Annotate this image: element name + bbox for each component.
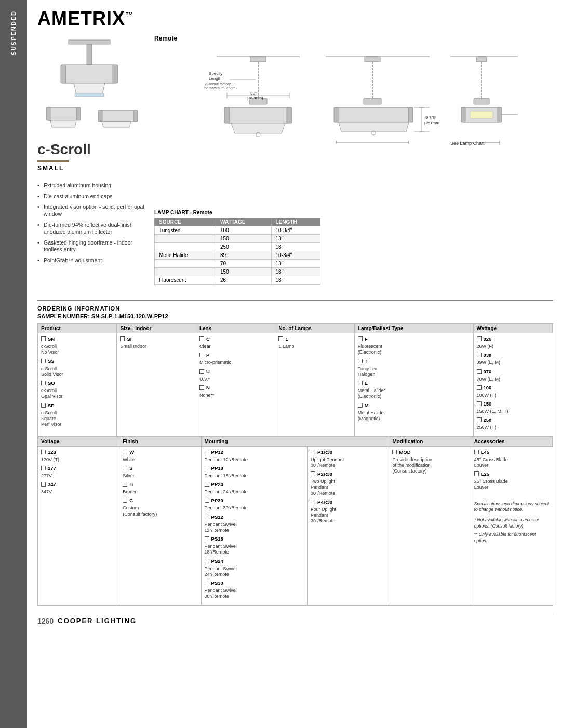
product-image	[37, 35, 141, 139]
checkbox-si[interactable]	[120, 336, 125, 341]
grid-header-size: Size - Indoor	[117, 324, 196, 333]
lamp-table-cell	[155, 235, 216, 243]
checkbox-silver[interactable]	[123, 466, 127, 470]
checkbox-mod[interactable]	[392, 450, 397, 454]
grid-header-ballast: Lamp/Ballast Type	[355, 324, 474, 333]
checkbox-p4r30[interactable]	[311, 500, 315, 504]
option-p-lens: P Micro-prismatic	[199, 352, 272, 366]
checkbox-250[interactable]	[477, 417, 482, 422]
svg-text:Specify: Specify	[209, 71, 222, 76]
main-content: AMETRIX™	[27, 0, 561, 633]
checkbox-347v[interactable]	[41, 482, 46, 487]
checkbox-f[interactable]	[358, 336, 363, 341]
checkbox-p2r30[interactable]	[311, 471, 315, 476]
lamp-table-cell: Tungsten	[155, 226, 216, 235]
option-070: 070 70W (E, M)	[477, 369, 550, 382]
option-ps30: PS30 Pendant Swivel30"/Remote	[205, 580, 304, 600]
mounting-options-cell-right: P1R30 Uplight Pendant30"/Remote P2R30 Tw…	[308, 447, 389, 605]
checkbox-so[interactable]	[41, 381, 46, 385]
checkbox-e[interactable]	[358, 381, 363, 385]
footnote-1: Specifications and dimensions subject to…	[474, 501, 550, 514]
checkbox-l25[interactable]	[474, 471, 479, 476]
lamp-table-cell: Fluorescent	[155, 276, 216, 285]
checkbox-120v[interactable]	[41, 450, 46, 454]
header: AMETRIX™	[37, 8, 553, 30]
lamp-table-cell: 13"	[271, 235, 320, 243]
ballast-options-cell: F Fluorescent(Electronic) T TungstenHalo…	[355, 333, 474, 437]
grid-header-finish: Finish	[119, 437, 201, 447]
grid-header-lamps: No. of Lamps	[275, 324, 354, 333]
checkbox-m[interactable]	[358, 403, 363, 408]
svg-marker-3	[74, 83, 105, 95]
bottom-bar: 1260 COOPER LIGHTING	[37, 614, 553, 625]
option-pp18: PP18 Pendant 18"/Remote	[205, 465, 304, 479]
svg-rect-13	[133, 110, 138, 122]
lamp-table-header-length: LENGTH	[271, 218, 320, 226]
option-ss: SS c-ScrollSolid Visor	[41, 358, 113, 378]
checkbox-c[interactable]	[199, 336, 204, 341]
checkbox-1lamp[interactable]	[278, 336, 283, 341]
svg-text:(Consult factory: (Consult factory	[205, 82, 231, 86]
svg-rect-25	[224, 107, 230, 123]
footnote-3: ** Only available for fluorescent option…	[474, 532, 550, 544]
lamp-table-header-source: SOURCE	[155, 218, 216, 226]
checkbox-sp[interactable]	[41, 403, 46, 408]
option-039: 039 39W (E, M)	[477, 352, 550, 366]
svg-marker-41	[339, 122, 409, 132]
two-col-layout: c-Scroll SMALL Extruded aluminum housing…	[37, 35, 553, 295]
checkbox-ps30[interactable]	[205, 581, 209, 585]
checkbox-pp30[interactable]	[205, 498, 209, 503]
svg-rect-2	[63, 65, 115, 83]
option-m: M Metal Halide(Magnetic)	[358, 402, 470, 422]
checkbox-u[interactable]	[199, 369, 204, 374]
svg-rect-37	[364, 98, 381, 104]
checkbox-pp12[interactable]	[205, 450, 209, 454]
checkbox-ps24[interactable]	[205, 559, 209, 563]
checkbox-ps18[interactable]	[205, 536, 209, 541]
size-options-cell: SI Small Indoor	[117, 333, 196, 437]
lamp-table-cell: 150	[216, 268, 272, 276]
lamp-table-cell: 13"	[271, 276, 320, 285]
option-ps12: PS12 Pendant Swivel12"/Remote	[205, 514, 304, 534]
checkbox-026[interactable]	[477, 336, 482, 341]
checkbox-t[interactable]	[358, 359, 363, 363]
checkbox-039[interactable]	[477, 353, 482, 357]
checkbox-150[interactable]	[477, 401, 482, 406]
checkbox-070[interactable]	[477, 369, 482, 374]
svg-text:[251mm]: [251mm]	[424, 120, 440, 125]
option-f: F Fluorescent(Electronic)	[358, 336, 470, 356]
lamp-table-cell	[155, 260, 216, 268]
svg-rect-35	[365, 57, 380, 62]
checkbox-l45[interactable]	[474, 450, 479, 454]
checkbox-custom[interactable]	[123, 498, 127, 503]
finish-options-cell: W White S Silver B Bronze C Custom(Consu…	[119, 447, 201, 605]
option-pp12: PP12 Pendant 12"/Remote	[205, 449, 304, 463]
lamp-table-cell	[155, 268, 216, 276]
checkbox-sn[interactable]	[41, 336, 46, 341]
svg-marker-10	[50, 120, 76, 127]
ordering-grid-row2: Voltage Finish Mounting Modification Acc…	[37, 437, 553, 606]
option-ps18: PS18 Pendant Swivel18"/Remote	[205, 536, 304, 556]
page-number: 1260	[37, 617, 54, 625]
checkbox-white[interactable]	[123, 450, 127, 454]
checkbox-n[interactable]	[199, 385, 204, 390]
remote-title: Remote	[154, 35, 553, 42]
grid-header-product: Product	[38, 324, 117, 333]
checkbox-ps12[interactable]	[205, 515, 209, 519]
checkbox-277v[interactable]	[41, 466, 46, 470]
svg-rect-11	[100, 110, 133, 122]
checkbox-pp24[interactable]	[205, 482, 209, 487]
lamp-table-cell: 10-3/4"	[271, 226, 320, 235]
checkbox-pp18[interactable]	[205, 466, 209, 470]
lamp-chart-title: LAMP CHART - Remote	[154, 210, 553, 215]
svg-text:9-7/8": 9-7/8"	[425, 115, 436, 120]
option-l25: L25 25° Cross BladeLouver	[474, 471, 550, 491]
checkbox-p1r30[interactable]	[311, 450, 315, 454]
option-sn: SN c-ScrollNo Visor	[41, 336, 113, 356]
checkbox-100[interactable]	[477, 385, 482, 390]
checkbox-ss[interactable]	[41, 359, 46, 363]
svg-text:30": 30"	[250, 91, 257, 96]
checkbox-p-lens[interactable]	[199, 353, 204, 357]
option-custom: C Custom(Consult factory)	[123, 497, 197, 517]
checkbox-bronze[interactable]	[123, 482, 127, 487]
